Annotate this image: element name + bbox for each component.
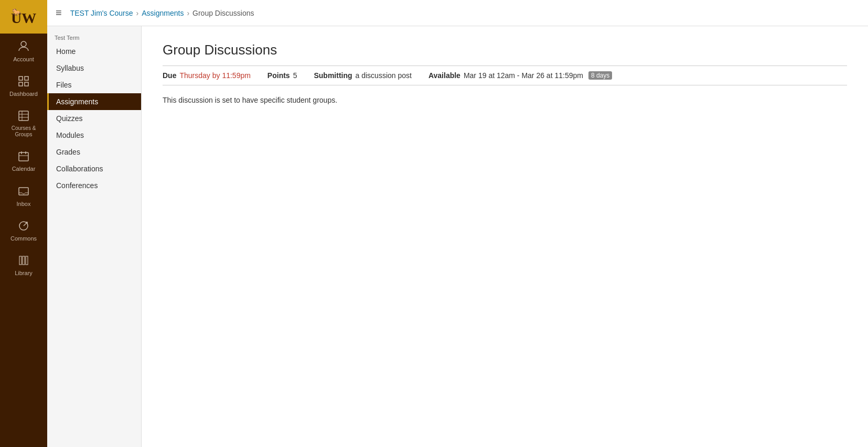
breadcrumb-sep-2: › <box>187 9 189 17</box>
submitting-info: Submitting a discussion post <box>314 71 412 80</box>
nav-calendar-label: Calendar <box>12 166 36 172</box>
breadcrumb-assignments[interactable]: Assignments <box>142 9 184 17</box>
logo-area[interactable]: UW 🐎 <box>0 0 47 34</box>
assignment-description: This discussion is set to have specific … <box>163 96 847 104</box>
svg-rect-20 <box>19 256 22 265</box>
breadcrumb: TEST Jim's Course › Assignments › Group … <box>70 9 254 17</box>
nav-library-label: Library <box>15 270 33 277</box>
svg-point-3 <box>21 41 26 47</box>
svg-rect-12 <box>19 152 28 161</box>
svg-rect-7 <box>25 82 28 86</box>
svg-rect-21 <box>23 256 25 265</box>
available-info: Available Mar 19 at 12am - Mar 26 at 11:… <box>428 71 612 80</box>
points-value: 5 <box>293 71 297 80</box>
nav-inbox-label: Inbox <box>17 201 31 208</box>
nav-courses[interactable]: Courses & Groups <box>0 104 47 144</box>
nav-commons-label: Commons <box>10 235 37 242</box>
course-term-label: Test Term <box>47 31 141 43</box>
library-icon <box>18 255 29 268</box>
svg-rect-5 <box>25 77 28 80</box>
course-nav-files[interactable]: Files <box>47 77 141 93</box>
course-nav-quizzes[interactable]: Quizzes <box>47 110 141 127</box>
available-range: Mar 19 at 12am - Mar 26 at 11:59pm <box>464 71 583 80</box>
breadcrumb-sep-1: › <box>136 9 139 17</box>
days-badge: 8 days <box>588 71 612 80</box>
course-nav-syllabus[interactable]: Syllabus <box>47 60 141 77</box>
nav-commons[interactable]: Commons <box>0 214 47 248</box>
nav-inbox[interactable]: Inbox <box>0 179 47 214</box>
inbox-icon <box>18 186 29 199</box>
course-nav-assignments[interactable]: Assignments <box>47 93 141 110</box>
global-navigation: UW 🐎 Account Dashboard <box>0 0 47 447</box>
svg-rect-4 <box>19 77 23 80</box>
due-value: Thursday by 11:59pm <box>179 71 250 80</box>
nav-library[interactable]: Library <box>0 248 47 283</box>
courses-icon <box>18 110 29 123</box>
course-nav-conferences[interactable]: Conferences <box>47 177 141 194</box>
due-info: Due Thursday by 11:59pm <box>163 71 251 80</box>
due-label: Due <box>163 71 176 80</box>
account-icon <box>17 40 30 54</box>
course-nav-grades[interactable]: Grades <box>47 144 141 160</box>
commons-icon <box>18 220 29 233</box>
nav-calendar[interactable]: Calendar <box>0 144 47 179</box>
breadcrumb-current: Group Discussions <box>192 9 254 17</box>
calendar-icon <box>18 150 29 163</box>
submitting-value: a discussion post <box>356 71 412 80</box>
dashboard-icon <box>18 75 29 89</box>
breadcrumb-course[interactable]: TEST Jim's Course <box>70 9 133 17</box>
hamburger-menu-button[interactable]: ≡ <box>56 7 62 19</box>
course-nav-home[interactable]: Home <box>47 43 141 60</box>
svg-rect-6 <box>19 82 23 86</box>
nav-dashboard-label: Dashboard <box>9 91 38 97</box>
nav-dashboard[interactable]: Dashboard <box>0 69 47 104</box>
available-label: Available <box>428 71 460 80</box>
nav-account-label: Account <box>13 56 34 63</box>
main-content: Group Discussions Due Thursday by 11:59p… <box>142 26 868 447</box>
course-nav-collaborations[interactable]: Collaborations <box>47 160 141 177</box>
svg-rect-8 <box>19 111 28 121</box>
submitting-label: Submitting <box>314 71 352 80</box>
uw-logo: UW 🐎 <box>9 5 38 28</box>
svg-rect-22 <box>26 256 28 265</box>
course-nav-modules[interactable]: Modules <box>47 127 141 144</box>
course-navigation: Test Term Home Syllabus Files Assignment… <box>47 26 142 447</box>
nav-courses-label: Courses & Groups <box>12 125 36 138</box>
nav-account[interactable]: Account <box>0 34 47 69</box>
points-label: Points <box>267 71 290 80</box>
points-info: Points 5 <box>267 71 297 80</box>
page-title: Group Discussions <box>163 42 847 58</box>
assignment-info-bar: Due Thursday by 11:59pm Points 5 Submitt… <box>163 66 847 85</box>
svg-text:🐎: 🐎 <box>12 8 22 17</box>
top-bar: ≡ TEST Jim's Course › Assignments › Grou… <box>47 0 868 26</box>
